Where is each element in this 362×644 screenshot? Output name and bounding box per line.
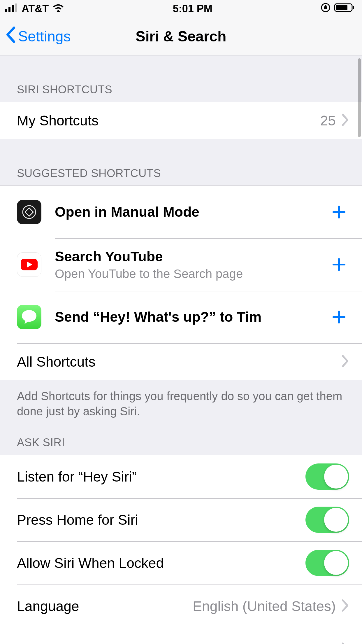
youtube-app-icon xyxy=(17,252,41,277)
section-header-ask-siri: ASK SIRI xyxy=(0,419,362,455)
back-button[interactable]: Settings xyxy=(5,26,71,47)
svg-rect-1 xyxy=(8,7,10,12)
page-title: Siri & Search xyxy=(136,28,226,45)
group-ask-siri: Listen for “Hey Siri” Press Home for Sir… xyxy=(0,455,362,644)
svg-rect-2 xyxy=(12,5,14,12)
suggested-subtitle: Open YouTube to the Search page xyxy=(55,267,329,281)
allow-siri-locked-label: Allow Siri When Locked xyxy=(17,555,305,571)
allow-siri-locked-toggle[interactable] xyxy=(305,550,349,576)
language-label: Language xyxy=(17,598,193,614)
listen-hey-siri-row: Listen for “Hey Siri” xyxy=(0,455,362,498)
content-scroll[interactable]: SIRI SHORTCUTS My Shortcuts 25 SUGGESTED… xyxy=(0,55,362,644)
all-shortcuts-label: All Shortcuts xyxy=(17,354,342,370)
siri-voice-value: American (Female) xyxy=(217,641,336,644)
listen-hey-siri-toggle[interactable] xyxy=(305,463,349,490)
battery-icon xyxy=(334,3,355,15)
halide-app-icon xyxy=(17,200,41,224)
svg-rect-7 xyxy=(336,5,347,10)
suggested-shortcut-row[interactable]: Search YouTube Open YouTube to the Searc… xyxy=(0,238,362,291)
nav-bar: Settings Siri & Search xyxy=(0,18,362,55)
language-row[interactable]: Language English (United States) xyxy=(0,584,362,628)
signal-icon xyxy=(5,3,18,15)
svg-rect-3 xyxy=(15,4,17,12)
allow-siri-locked-row: Allow Siri When Locked xyxy=(0,541,362,584)
scroll-indicator[interactable] xyxy=(358,58,361,137)
back-label: Settings xyxy=(18,28,71,45)
language-value: English (United States) xyxy=(193,598,336,614)
svg-point-17 xyxy=(22,310,36,322)
status-bar: AT&T 5:01 PM xyxy=(0,0,362,18)
status-time: 5:01 PM xyxy=(173,3,212,15)
chevron-left-icon xyxy=(5,26,16,47)
svg-rect-0 xyxy=(5,9,7,12)
siri-voice-label: Siri Voice xyxy=(17,641,217,644)
svg-rect-10 xyxy=(25,208,33,216)
svg-point-4 xyxy=(57,10,59,12)
orientation-lock-icon xyxy=(321,3,331,15)
add-shortcut-button[interactable] xyxy=(329,307,349,327)
group-suggested: Open in Manual Mode Search YouTube Open … xyxy=(0,186,362,380)
section-header-siri-shortcuts: SIRI SHORTCUTS xyxy=(0,55,362,102)
chevron-right-icon xyxy=(342,355,349,369)
section-header-suggested: SUGGESTED SHORTCUTS xyxy=(0,139,362,186)
suggested-shortcut-row[interactable]: Send “Hey! What's up?” to Tim xyxy=(0,291,362,343)
carrier-label: AT&T xyxy=(22,3,49,15)
add-shortcut-button[interactable] xyxy=(329,254,349,275)
all-shortcuts-row[interactable]: All Shortcuts xyxy=(0,343,362,380)
section-footer-suggested: Add Shortcuts for things you frequently … xyxy=(0,380,362,419)
svg-rect-8 xyxy=(353,6,354,9)
my-shortcuts-count: 25 xyxy=(320,113,336,129)
my-shortcuts-label: My Shortcuts xyxy=(17,113,320,129)
suggested-title: Search YouTube xyxy=(55,248,329,265)
press-home-siri-label: Press Home for Siri xyxy=(17,512,305,528)
add-shortcut-button[interactable] xyxy=(329,202,349,222)
listen-hey-siri-label: Listen for “Hey Siri” xyxy=(17,469,305,485)
suggested-title: Open in Manual Mode xyxy=(55,204,329,220)
chevron-right-icon xyxy=(342,113,349,127)
my-shortcuts-row[interactable]: My Shortcuts 25 xyxy=(0,102,362,139)
press-home-siri-toggle[interactable] xyxy=(305,507,349,533)
group-siri-shortcuts: My Shortcuts 25 xyxy=(0,102,362,139)
siri-voice-row[interactable]: Siri Voice American (Female) xyxy=(0,628,362,644)
chevron-right-icon xyxy=(342,599,349,613)
messages-app-icon xyxy=(17,305,41,329)
suggested-shortcut-row[interactable]: Open in Manual Mode xyxy=(0,186,362,238)
wifi-icon xyxy=(52,3,64,15)
press-home-siri-row: Press Home for Siri xyxy=(0,498,362,541)
chevron-right-icon xyxy=(342,642,349,644)
suggested-title: Send “Hey! What's up?” to Tim xyxy=(55,309,329,326)
